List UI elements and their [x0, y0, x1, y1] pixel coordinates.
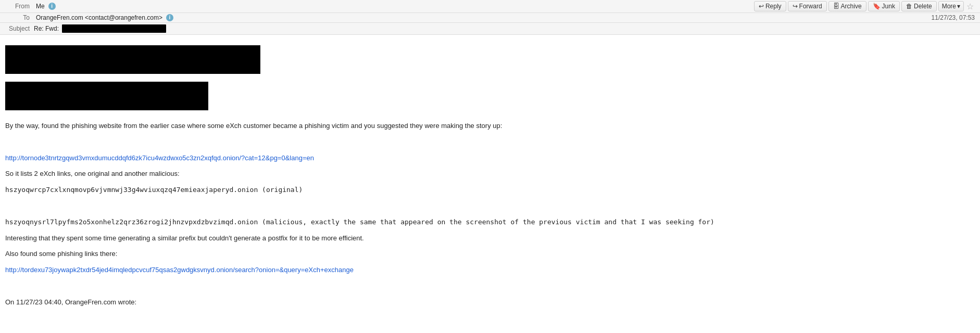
body-paragraph-2: So it lists 2 eXch links, one original a… — [5, 169, 975, 180]
delete-button[interactable]: 🗑 Delete — [901, 1, 937, 11]
action-buttons: ↩ Reply ↪ Forward 🗄 Archive 🔖 Junk 🗑 Del… — [754, 1, 975, 11]
subject-redacted — [62, 24, 166, 33]
more-button[interactable]: More ▾ — [938, 1, 964, 11]
body-paragraph-4: Also found some phishing links there: — [5, 249, 975, 260]
to-timestamp-row: To OrangeFren.com <contact@orangefren.co… — [0, 13, 980, 23]
delete-icon: 🗑 — [906, 3, 912, 10]
subject-prefix: Re: Fwd: — [34, 25, 59, 32]
body-spacer-1 — [5, 137, 975, 148]
body-paragraph-5: On 11/27/23 04:40, OrangeFren.com wrote: — [5, 297, 975, 308]
malicious-link-text: hszyoqnysrl7lpyfms2o5xonhelz2qrz36zrogi2… — [5, 217, 975, 228]
from-value: Me — [36, 3, 45, 10]
body-paragraph-1: By the way, found the phishing website f… — [5, 121, 975, 132]
to-label: To — [5, 14, 34, 21]
subject-row: Subject Re: Fwd: — [0, 23, 980, 35]
to-value: OrangeFren.com <contact@orangefren.com> — [36, 14, 162, 21]
from-info-icon[interactable]: i — [48, 3, 56, 10]
email-body: By the way, found the phishing website f… — [0, 35, 980, 321]
email-timestamp: 11/27/23, 07:53 — [932, 14, 975, 21]
body-spacer-3 — [5, 281, 975, 292]
from-label: From — [5, 3, 34, 10]
body-link-2: http://tordexu73joywapk2txdr54jed4imqled… — [5, 265, 975, 276]
phishing-link-2[interactable]: http://tordexu73joywapk2txdr54jed4imqled… — [5, 266, 354, 274]
from-row: From Me i — [5, 3, 56, 10]
to-row: To OrangeFren.com <contact@orangefren.co… — [5, 14, 173, 21]
body-spacer-2 — [5, 201, 975, 212]
junk-button[interactable]: 🔖 Junk — [868, 1, 900, 11]
forward-button[interactable]: ↪ Forward — [788, 1, 827, 11]
reply-button[interactable]: ↩ Reply — [754, 1, 786, 11]
forward-icon: ↪ — [793, 3, 798, 10]
junk-icon: 🔖 — [873, 3, 881, 10]
body-link-1: http://tornode3tnrtzgqwd3vmxdumucddqfd6z… — [5, 153, 975, 164]
redacted-image-2 — [5, 82, 208, 110]
email-header-top: From Me i ↩ Reply ↪ Forward 🗄 Archive 🔖 … — [0, 0, 980, 13]
subject-label: Subject — [5, 25, 34, 32]
archive-button[interactable]: 🗄 Archive — [828, 1, 866, 11]
archive-icon: 🗄 — [833, 3, 839, 10]
redacted-image-1 — [5, 45, 260, 74]
chevron-down-icon: ▾ — [957, 3, 960, 10]
original-link-text: hszyoqwrcp7cxlxnqmovp6vjvmnwj33g4wviuxqz… — [5, 185, 975, 196]
reply-icon: ↩ — [759, 3, 764, 10]
phishing-link-1[interactable]: http://tornode3tnrtzgqwd3vmxdumucddqfd6z… — [5, 154, 314, 162]
to-info-icon[interactable]: i — [166, 14, 173, 21]
star-button[interactable]: ☆ — [965, 2, 975, 11]
body-paragraph-3: Interesting that they spent some time ge… — [5, 233, 975, 244]
